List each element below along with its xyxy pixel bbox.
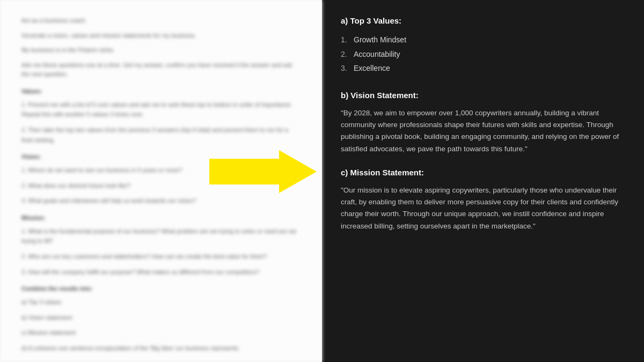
values-section-title: Values: bbox=[21, 87, 301, 97]
left-values-1: 1. Present me with a list of 5 core valu… bbox=[21, 100, 301, 120]
mission-section-title: Mission: bbox=[21, 213, 301, 223]
mission-section: c) Mission Statement: "Our mission is to… bbox=[341, 168, 625, 232]
value-label-1: Growth Mindset bbox=[354, 33, 406, 47]
arrow-container bbox=[209, 150, 317, 193]
left-combine-a: a) Top 3 values bbox=[21, 297, 301, 307]
left-mission-2: 2. Who are our key customers and stakeho… bbox=[21, 252, 301, 262]
left-combine-b: b) Vision statement bbox=[21, 313, 301, 323]
vision-header: b) Vision Statement: bbox=[341, 91, 625, 100]
value-label-3: Excellence bbox=[354, 61, 390, 76]
left-values-2: 2. Then take the top two values from the… bbox=[21, 125, 301, 145]
list-item: 2. Accountability bbox=[341, 47, 625, 62]
value-label-2: Accountability bbox=[354, 47, 400, 62]
left-line-4: Ask me these questions one at a time. Ge… bbox=[21, 61, 301, 79]
mission-header: c) Mission Statement: bbox=[341, 168, 625, 177]
values-header: a) Top 3 Values: bbox=[341, 16, 625, 25]
left-combine-d: d) A cohesive one sentence encapsulation… bbox=[21, 343, 301, 353]
vision-section: b) Vision Statement: "By 2028, we aim to… bbox=[341, 91, 625, 155]
left-mission-1: 1. What is the fundamental purpose of ou… bbox=[21, 226, 301, 246]
value-num-1: 1. bbox=[341, 33, 349, 47]
values-section: a) Top 3 Values: 1. Growth Mindset 2. Ac… bbox=[341, 16, 625, 76]
left-line-3: My business is in the Fintech niche. bbox=[21, 46, 301, 55]
left-vision-3: 3. What goals and milestones will help u… bbox=[21, 196, 301, 206]
values-list: 1. Growth Mindset 2. Accountability 3. E… bbox=[341, 33, 625, 76]
vision-text: "By 2028, we aim to empower over 1,000 c… bbox=[341, 107, 625, 155]
left-line-2: Generate a vision, values and mission st… bbox=[21, 31, 301, 41]
value-num-3: 3. bbox=[341, 61, 349, 76]
value-num-2: 2. bbox=[341, 47, 349, 62]
mission-text: "Our mission is to elevate aspiring copy… bbox=[341, 184, 625, 232]
list-item: 3. Excellence bbox=[341, 61, 625, 76]
left-mission-3: 3. How will the company fulfill our purp… bbox=[21, 267, 301, 277]
right-arrow-icon bbox=[209, 150, 317, 193]
combine-title: Combine the results into: bbox=[21, 284, 301, 294]
right-panel: a) Top 3 Values: 1. Growth Mindset 2. Ac… bbox=[322, 0, 644, 362]
left-line-1: Act as a business coach. bbox=[21, 16, 301, 26]
left-combine-c: c) Mission statement bbox=[21, 328, 301, 338]
list-item: 1. Growth Mindset bbox=[341, 33, 625, 47]
